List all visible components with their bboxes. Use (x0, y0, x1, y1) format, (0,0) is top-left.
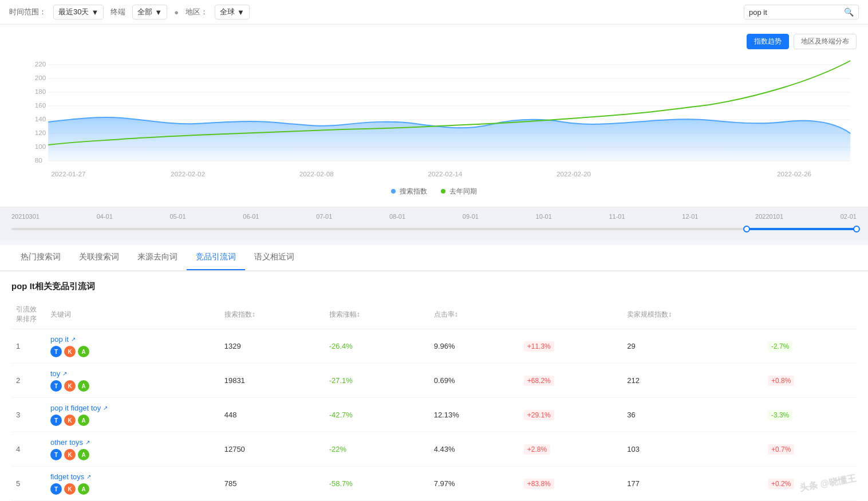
cell-keyword: fidget toys ↗ T K A (46, 467, 220, 501)
col-search-index[interactable]: 搜索指数↕ (220, 300, 325, 329)
svg-text:120: 120 (35, 129, 46, 136)
cell-seller-change: +0.7% (763, 432, 857, 467)
table-row: 3 pop it fidget toy ↗ T K A 448 -42.7% 1… (11, 398, 857, 432)
arrow-icon: ↗ (62, 370, 67, 377)
chevron-down-icon-3: ▼ (237, 8, 244, 17)
cell-rank: 2 (11, 364, 46, 398)
svg-text:80: 80 (35, 157, 42, 164)
tabs-row: 热门搜索词 关联搜索词 来源去向词 竞品引流词 语义相近词 (11, 245, 857, 270)
cell-ctr: 7.97% (429, 467, 519, 501)
table-row: 1 pop it ↗ T K A 1329 -26.4% 9.96% +11.3… (11, 329, 857, 364)
svg-text:2022-02-20: 2022-02-20 (557, 171, 591, 177)
badge-k: K (64, 346, 76, 357)
time-select[interactable]: 最近30天 ▼ (53, 5, 104, 19)
cell-seller-change: +0.8% (763, 364, 857, 398)
cell-search-index: 19831 (220, 364, 325, 398)
tab-semantic-similar[interactable]: 语义相近词 (245, 245, 303, 270)
cell-search-change: -58.7% (325, 467, 429, 501)
badge-row: T K A (50, 346, 215, 357)
legend-last-year: 去年同期 (441, 187, 477, 196)
svg-text:180: 180 (35, 88, 46, 95)
tab-index-trend[interactable]: 指数趋势 (747, 34, 789, 49)
cell-seller-index: 36 (622, 398, 763, 432)
col-seller-index[interactable]: 卖家规模指数↕ (622, 300, 763, 329)
keyword-link[interactable]: pop it fidget toy ↗ (50, 404, 215, 412)
svg-text:2022-02-02: 2022-02-02 (171, 171, 205, 177)
cell-ctr-change: +83.8% (519, 467, 622, 501)
badge-row: T K A (50, 415, 215, 426)
svg-text:2022-02-14: 2022-02-14 (428, 171, 462, 177)
slider-handle-right[interactable] (853, 226, 860, 232)
ctr-change-badge: +2.8% (524, 444, 550, 455)
tab-competitor-traffic[interactable]: 竞品引流词 (187, 245, 245, 270)
col-search-change[interactable]: 搜索涨幅↕ (325, 300, 429, 329)
seller-change-badge: +0.2% (768, 479, 794, 489)
cell-rank: 4 (11, 432, 46, 467)
tab-related-search[interactable]: 关联搜索词 (70, 245, 128, 270)
search-icon[interactable]: 🔍 (844, 7, 854, 17)
arrow-icon: ↗ (86, 474, 91, 480)
badge-k: K (64, 380, 76, 392)
table-row: 5 fidget toys ↗ T K A 785 -58.7% 7.97% +… (11, 467, 857, 501)
ctr-change-badge: +83.8% (524, 479, 554, 489)
badge-a: A (78, 346, 89, 357)
chevron-down-icon-2: ▼ (155, 8, 162, 17)
cell-search-index: 1329 (220, 329, 325, 364)
badge-row: T K A (50, 449, 215, 460)
svg-text:160: 160 (35, 102, 46, 109)
svg-text:200: 200 (35, 74, 46, 81)
tabs-section: 热门搜索词 关联搜索词 来源去向词 竞品引流词 语义相近词 (0, 245, 868, 271)
tab-region-distribution[interactable]: 地区及终端分布 (794, 34, 857, 49)
svg-text:140: 140 (35, 116, 46, 123)
cell-rank: 1 (11, 329, 46, 364)
chart-legend: 搜索指数 去年同期 (11, 187, 857, 196)
slider-handle-left[interactable] (743, 226, 750, 232)
legend-dot-blue (391, 189, 396, 194)
chart-tabs: 指数趋势 地区及终端分布 (11, 34, 857, 49)
badge-t: T (50, 346, 62, 357)
seller-change-badge: -3.3% (768, 410, 792, 420)
col-rank: 引流效果排序 (11, 300, 46, 329)
keyword-link[interactable]: other toys ↗ (50, 438, 215, 447)
timeline-slider[interactable] (11, 223, 857, 235)
cell-search-change: -42.7% (325, 398, 429, 432)
seller-change-badge: +0.8% (768, 376, 794, 386)
tab-source-destination[interactable]: 来源去向词 (128, 245, 187, 270)
col-ctr[interactable]: 点击率↕ (429, 300, 519, 329)
cell-ctr: 0.69% (429, 364, 519, 398)
col-seller-change (763, 300, 857, 329)
seller-change-badge: +0.7% (768, 444, 794, 455)
keyword-link[interactable]: pop it ↗ (50, 335, 215, 344)
tab-hot-search[interactable]: 热门搜索词 (11, 245, 70, 270)
terminal-select[interactable]: 全部 ▼ (132, 5, 167, 19)
legend-dot-green (441, 189, 445, 194)
col-ctr-change (519, 300, 622, 329)
region-label: 地区： (186, 7, 208, 17)
ctr-change-badge: +29.1% (524, 410, 554, 420)
cell-seller-change: -3.3% (763, 398, 857, 432)
search-input[interactable] (749, 8, 841, 17)
keyword-link[interactable]: toy ↗ (50, 369, 215, 378)
cell-ctr-change: +29.1% (519, 398, 622, 432)
cell-ctr-change: +11.3% (519, 329, 622, 364)
cell-ctr: 12.13% (429, 398, 519, 432)
cell-search-change: -22% (325, 432, 429, 467)
seller-change-badge: -2.7% (768, 341, 792, 352)
top-bar: 时间范围： 最近30天 ▼ 终端 全部 ▼ ● 地区： 全球 ▼ 🔍 (0, 0, 868, 25)
cell-ctr-change: +2.8% (519, 432, 622, 467)
table-row: 2 toy ↗ T K A 19831 -27.1% 0.69% +68.2% … (11, 364, 857, 398)
table-row: 4 other toys ↗ T K A 12750 -22% 4.43% +2… (11, 432, 857, 467)
svg-text:2022-02-26: 2022-02-26 (777, 171, 811, 177)
svg-text:2022-01-27: 2022-01-27 (52, 171, 86, 177)
keyword-link[interactable]: fidget toys ↗ (50, 472, 215, 481)
timeline-section: 20210301 04-01 05-01 06-01 07-01 08-01 0… (0, 207, 868, 240)
region-select[interactable]: 全球 ▼ (215, 5, 250, 19)
cell-rank: 5 (11, 467, 46, 501)
cell-keyword: toy ↗ T K A (46, 364, 220, 398)
cell-seller-index: 103 (622, 432, 763, 467)
cell-search-index: 12750 (220, 432, 325, 467)
badge-t: T (50, 483, 62, 495)
cell-keyword: pop it fidget toy ↗ T K A (46, 398, 220, 432)
arrow-icon: ↗ (71, 336, 76, 342)
chart-section: 指数趋势 地区及终端分布 220 200 180 160 140 120 100… (0, 25, 868, 207)
